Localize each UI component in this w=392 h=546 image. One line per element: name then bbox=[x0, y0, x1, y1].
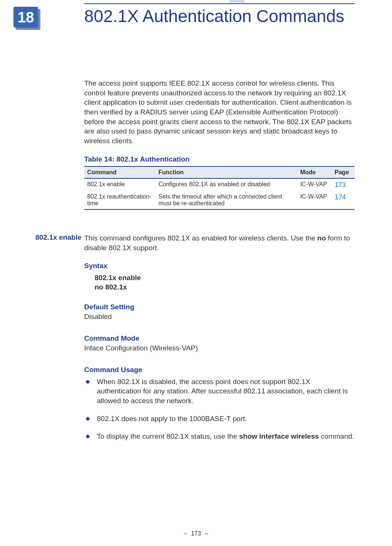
table-caption: Table 14: 802.1x Authentication bbox=[84, 155, 190, 163]
desc-pre: This command configures 802.1X as enable… bbox=[84, 234, 317, 242]
table-row: 802.1x enable Configures 802.1X as enabl… bbox=[84, 178, 355, 191]
list-item: When 802.1X is disabled, the access poin… bbox=[84, 377, 355, 406]
footer-dash: – bbox=[181, 530, 189, 537]
top-decoration bbox=[230, 0, 245, 3]
th-page: Page bbox=[332, 166, 355, 178]
syntax-line: 802.1x enable bbox=[95, 273, 355, 283]
default-section: Default Setting Disabled bbox=[84, 302, 355, 321]
th-function: Function bbox=[155, 166, 297, 178]
chapter-badge: 18 bbox=[13, 7, 40, 30]
side-heading-command: 802.1x enable bbox=[22, 233, 82, 242]
command-table: Command Function Mode Page 802.1x enable… bbox=[84, 166, 355, 210]
syntax-label: Syntax bbox=[84, 261, 355, 271]
usage-section: Command Usage When 802.1X is disabled, t… bbox=[84, 365, 355, 450]
header-rule bbox=[84, 3, 355, 4]
mode-value: Inface Configuration (Wireless-VAP) bbox=[84, 343, 355, 353]
list-item: To display the current 802.1X status, us… bbox=[84, 432, 355, 441]
cell-function: Configures 802.1X as enabled or disabled bbox=[155, 178, 297, 191]
mode-label: Command Mode bbox=[84, 334, 355, 343]
footer-dash: – bbox=[203, 530, 211, 537]
default-value: Disabled bbox=[84, 312, 355, 322]
usage-pre: 802.1X does not apply to the 1000BASE-T … bbox=[97, 415, 247, 423]
command-description: This command configures 802.1X as enable… bbox=[84, 233, 355, 252]
usage-pre: When 802.1X is disabled, the access poin… bbox=[97, 378, 348, 405]
chapter-number: 18 bbox=[13, 7, 38, 28]
table-row: 802.1x reauthentication-time Sets the ti… bbox=[84, 191, 355, 209]
footer-page-number: 173 bbox=[191, 530, 201, 537]
cell-command: 802.1x reauthentication-time bbox=[84, 191, 155, 209]
usage-list: When 802.1X is disabled, the access poin… bbox=[84, 377, 355, 441]
page-title: 802.1X Authentication Commands bbox=[84, 7, 355, 26]
page-footer: – 173 – bbox=[0, 530, 392, 537]
syntax-line: no 802.1x bbox=[95, 282, 355, 292]
page-link[interactable]: 173 bbox=[335, 181, 346, 188]
usage-label: Command Usage bbox=[84, 365, 355, 375]
desc-bold: no bbox=[317, 234, 326, 242]
cell-mode: IC-W-VAP bbox=[297, 191, 331, 209]
cell-mode: IC-W-VAP bbox=[297, 178, 331, 191]
th-command: Command bbox=[84, 166, 155, 178]
cell-function: Sets the timeout after which a connected… bbox=[155, 191, 297, 209]
usage-pre: To display the current 802.1X status, us… bbox=[97, 432, 239, 440]
intro-paragraph: The access point supports IEEE 802.1X ac… bbox=[84, 79, 355, 145]
usage-bold: show interface wireless bbox=[239, 432, 319, 440]
syntax-section: Syntax 802.1x enable no 802.1x bbox=[84, 261, 355, 292]
th-mode: Mode bbox=[297, 166, 331, 178]
cell-command: 802.1x enable bbox=[84, 178, 155, 191]
list-item: 802.1X does not apply to the 1000BASE-T … bbox=[84, 414, 355, 424]
default-label: Default Setting bbox=[84, 302, 355, 312]
usage-post: command. bbox=[319, 432, 354, 440]
mode-section: Command Mode Inface Configuration (Wirel… bbox=[84, 334, 355, 353]
table-header-row: Command Function Mode Page bbox=[84, 166, 355, 178]
page-link[interactable]: 174 bbox=[335, 193, 346, 201]
